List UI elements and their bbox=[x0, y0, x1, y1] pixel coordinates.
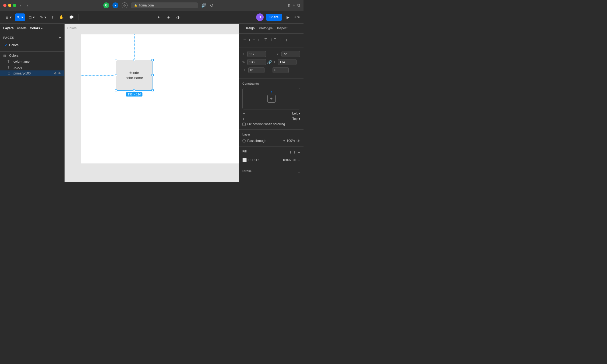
component-link-icon[interactable]: ❖ bbox=[54, 72, 57, 75]
constraint-v-icon: ↕ bbox=[242, 117, 244, 121]
grid-tool[interactable]: ⊞ ▾ bbox=[3, 13, 14, 21]
h-input[interactable] bbox=[278, 59, 297, 65]
text-tool[interactable]: T bbox=[50, 13, 56, 21]
share-icon[interactable]: ⬆ bbox=[287, 3, 291, 8]
canvas[interactable]: Colors bbox=[65, 24, 239, 182]
layer-item-color-name[interactable]: T color-name bbox=[0, 59, 64, 65]
constraint-vertical-select[interactable]: Top ▾ bbox=[292, 117, 300, 121]
align-center-h-button[interactable]: ⊢⊣ bbox=[248, 37, 256, 43]
handle-top-right[interactable] bbox=[151, 59, 154, 61]
element-text-line1: #code bbox=[125, 70, 143, 76]
audio-icon[interactable]: 🔊 bbox=[201, 3, 207, 8]
handle-bottom-right[interactable] bbox=[151, 89, 154, 91]
align-center-v-button[interactable]: ⊥⊤ bbox=[269, 37, 277, 43]
handle-bottom-mid[interactable] bbox=[133, 89, 135, 91]
add-page-button[interactable]: + bbox=[59, 35, 61, 40]
fill-color-swatch[interactable] bbox=[242, 158, 247, 162]
tab-colors[interactable]: Colors ▾ bbox=[30, 26, 43, 31]
constraint-horizontal-select[interactable]: Left ▾ bbox=[292, 112, 300, 115]
hand-tool[interactable]: ✋ bbox=[57, 13, 66, 21]
opacity-value[interactable]: 100% bbox=[287, 139, 295, 143]
constraint-center-box: + bbox=[267, 95, 276, 103]
distribute-button[interactable]: ⫿ bbox=[284, 37, 288, 43]
handle-bottom-left[interactable] bbox=[115, 89, 117, 91]
titlebar-right: ⬆ + ⧉ bbox=[287, 3, 300, 8]
fill-opacity-value[interactable]: 100% bbox=[283, 158, 291, 162]
h-label: H bbox=[273, 60, 277, 64]
tab-prototype[interactable]: Prototype bbox=[257, 24, 275, 33]
right-panel: Design Prototype Inspect ⊣ ⊢⊣ ⊢ ⊤ ⊥⊤ ⊥ ⫿… bbox=[239, 24, 304, 182]
pages-title: Pages bbox=[3, 36, 14, 39]
align-right-button[interactable]: ⊢ bbox=[257, 37, 262, 43]
component-tool[interactable]: ✦ bbox=[155, 13, 163, 21]
layer-item-primary-100[interactable]: ◻ primary-100 ❖ 👁 bbox=[0, 70, 64, 76]
selected-element[interactable]: #code color-name bbox=[116, 60, 153, 91]
rotation-row: ↺ ⌒ bbox=[242, 67, 300, 73]
tab-inspect[interactable]: Inspect bbox=[275, 24, 290, 33]
comment-tool[interactable]: 💬 bbox=[67, 13, 76, 21]
position-size-section: X Y W 🔗 H ↺ ⌒ bbox=[239, 48, 304, 79]
align-bottom-button[interactable]: ⊥ bbox=[278, 37, 283, 43]
share-button[interactable]: Share bbox=[266, 14, 282, 21]
toolbar: ⊞ ▾ ↖ ▾ ◻ ▾ ✎ ▾ T ✋ 💬 ✦ ◈ ◑ D Share ▶ 88… bbox=[0, 11, 304, 24]
w-input[interactable] bbox=[247, 59, 266, 65]
shape-tool[interactable]: ✎ ▾ bbox=[38, 13, 48, 21]
canvas-label: Colors bbox=[67, 26, 77, 30]
layer-visibility-button[interactable]: 👁 bbox=[297, 139, 300, 143]
add-stroke-button[interactable]: + bbox=[298, 170, 300, 175]
handle-mid-right[interactable] bbox=[151, 74, 154, 76]
url-bar[interactable]: 🔒 figma.com bbox=[131, 2, 198, 8]
tab-layers[interactable]: Layers bbox=[3, 26, 14, 31]
fix-position-label: Fix position when scrolling bbox=[247, 122, 285, 126]
angle-input[interactable] bbox=[248, 67, 264, 73]
visibility-icon[interactable]: 👁 bbox=[58, 72, 61, 75]
frame-tool[interactable]: ◻ ▾ bbox=[26, 13, 37, 21]
fill-visibility-button[interactable]: 👁 bbox=[292, 158, 296, 162]
fill-title: Fill bbox=[242, 150, 247, 153]
contrast-tool[interactable]: ◑ bbox=[174, 13, 182, 21]
zoom-level[interactable]: 88% bbox=[294, 15, 300, 19]
new-tab-icon[interactable]: + bbox=[293, 3, 295, 8]
forward-button[interactable]: › bbox=[25, 2, 30, 8]
tab-list-icon[interactable]: ⧉ bbox=[297, 3, 300, 8]
align-top-button[interactable]: ⊤ bbox=[263, 37, 268, 43]
minimize-button[interactable] bbox=[8, 4, 11, 7]
refresh-icon[interactable]: ↺ bbox=[210, 3, 213, 8]
y-input[interactable] bbox=[281, 51, 300, 57]
maximize-button[interactable] bbox=[13, 4, 16, 7]
constraints-title: Constraints bbox=[242, 82, 300, 85]
x-input[interactable] bbox=[247, 51, 266, 57]
fill-hex-value[interactable]: E5E5E5 bbox=[248, 158, 281, 162]
handle-top-left[interactable] bbox=[115, 59, 117, 61]
radius-input[interactable] bbox=[273, 67, 289, 73]
layer-actions: ❖ 👁 bbox=[54, 72, 61, 75]
shield-icon: ⊹ bbox=[122, 2, 128, 8]
layers-section: ⊞ Colors T color-name T #code ◻ primary-… bbox=[0, 53, 64, 182]
close-button[interactable] bbox=[3, 4, 6, 7]
page-item-colors[interactable]: ✓ Colors bbox=[3, 42, 61, 48]
layer-item-code[interactable]: T #code bbox=[0, 65, 64, 70]
extension-icon: ● bbox=[112, 2, 118, 8]
plugin-tool[interactable]: ◈ bbox=[165, 13, 172, 21]
selection-box[interactable]: #code color-name 138 × 114 bbox=[116, 60, 153, 91]
page-check-icon: ✓ bbox=[5, 43, 8, 47]
link-icon[interactable]: 🔗 bbox=[267, 60, 272, 64]
align-left-button[interactable]: ⊣ bbox=[242, 37, 247, 43]
fix-position-checkbox[interactable] bbox=[242, 123, 246, 126]
grid-icon[interactable]: ⋮⋮ bbox=[289, 150, 296, 155]
tab-assets[interactable]: Assets bbox=[17, 26, 27, 31]
page-name: Colors bbox=[9, 43, 19, 47]
play-button[interactable]: ▶ bbox=[284, 13, 292, 21]
user-avatar: D bbox=[256, 13, 264, 21]
select-tool[interactable]: ↖ ▾ bbox=[15, 13, 25, 21]
remove-fill-button[interactable]: − bbox=[298, 158, 300, 163]
add-fill-button[interactable]: + bbox=[298, 150, 300, 155]
tab-design[interactable]: Design bbox=[242, 24, 257, 33]
layer-item-colors-frame[interactable]: ⊞ Colors bbox=[0, 53, 64, 59]
blend-mode-label[interactable]: Pass through bbox=[247, 139, 282, 143]
back-button[interactable]: ‹ bbox=[18, 2, 23, 8]
handle-mid-left[interactable] bbox=[115, 74, 117, 76]
handle-top-mid[interactable] bbox=[133, 59, 135, 61]
constraint-top-arrow: ↑ bbox=[270, 90, 272, 94]
titlebar: ‹ › G ● ⊹ 🔒 figma.com 🔊 ↺ ⬆ + ⧉ bbox=[0, 0, 304, 11]
